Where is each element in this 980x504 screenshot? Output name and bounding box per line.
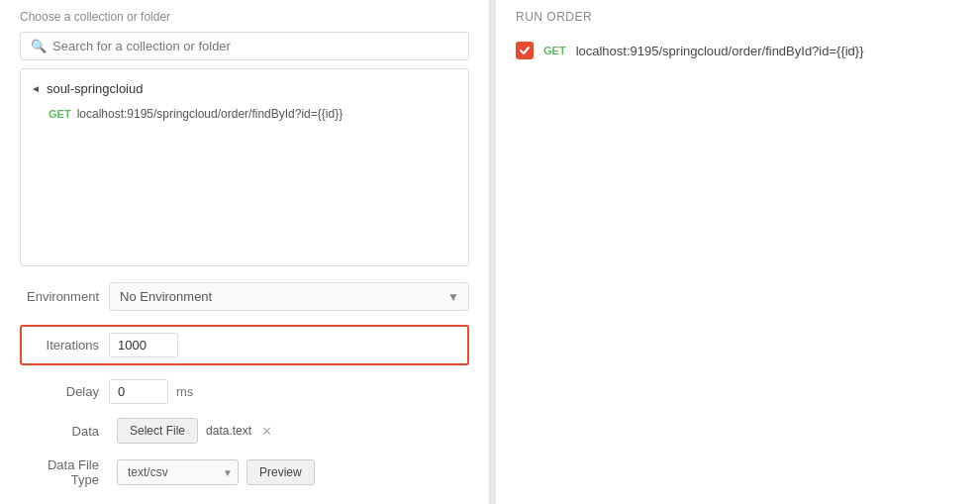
search-box: 🔍 [20,32,469,60]
data-file-type-label: Data File Type [20,457,109,487]
collection-item[interactable]: ◄ soul-springcloiud [21,75,468,102]
environment-select[interactable]: No Environment [109,282,469,311]
iterations-input[interactable] [109,333,178,357]
data-type-select[interactable]: text/csv application/json [117,459,239,485]
iterations-label: Iterations [30,338,109,353]
environment-select-wrap: No Environment ▼ [109,282,469,311]
select-file-button[interactable]: Select File [117,418,198,444]
data-row: Data Select File data.text ✕ [20,418,469,444]
data-label: Data [20,424,109,439]
run-request-url: localhost:9195/springcloud/order/findByI… [576,44,864,58]
run-order-item: GET localhost:9195/springcloud/order/fin… [516,36,960,65]
delay-unit: ms [176,384,193,399]
close-file-icon[interactable]: ✕ [261,424,272,439]
preview-button[interactable]: Preview [246,459,315,485]
collection-request[interactable]: GET localhost:9195/springcloud/order/fin… [21,102,468,126]
run-method-badge: GET [543,45,566,56]
delay-label: Delay [20,384,109,399]
main-layout: Choose a collection or folder 🔍 ◄ soul-s… [0,0,980,504]
data-file-name: data.text [206,424,251,438]
right-panel: RUN ORDER GET localhost:9195/springcloud… [496,0,980,504]
run-order-label: RUN ORDER [516,10,960,24]
delay-row: Delay ms [20,379,469,404]
collection-name: soul-springcloiud [47,81,144,96]
section-label: Choose a collection or folder [20,10,469,24]
iterations-row: Iterations [20,325,469,365]
data-type-row: Data File Type text/csv application/json… [20,457,469,487]
search-input[interactable] [52,39,458,53]
request-method-badge: GET [49,108,71,120]
left-panel: Choose a collection or folder 🔍 ◄ soul-s… [0,0,490,504]
search-icon: 🔍 [31,39,47,53]
collapse-arrow-icon: ◄ [31,83,41,94]
environment-label: Environment [20,289,109,304]
delay-input[interactable] [109,379,168,404]
environment-row: Environment No Environment ▼ [20,282,469,311]
request-url: localhost:9195/springcloud/order/findByI… [77,107,343,121]
run-item-checkbox[interactable] [516,42,534,59]
data-type-select-wrap: text/csv application/json ▼ [117,459,239,485]
collection-list: ◄ soul-springcloiud GET localhost:9195/s… [20,68,469,266]
